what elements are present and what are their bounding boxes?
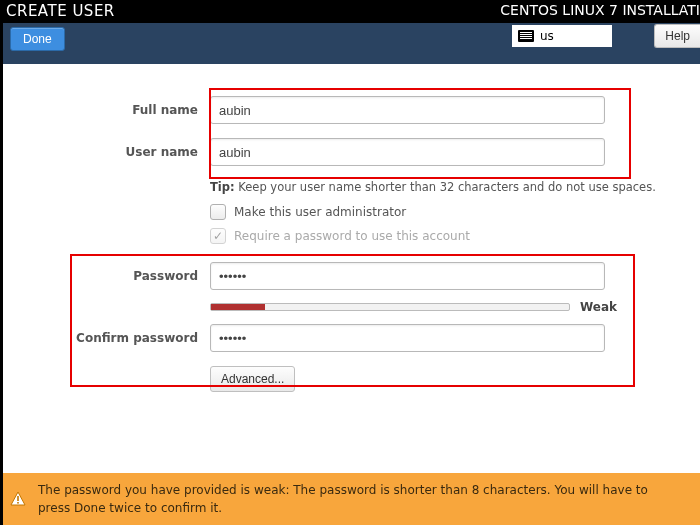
require-password-checkbox: ✓ bbox=[210, 228, 226, 244]
page-title: CREATE USER bbox=[6, 2, 115, 20]
keyboard-layout-label: us bbox=[540, 29, 554, 43]
installer-title: CENTOS LINUX 7 INSTALLATI bbox=[500, 2, 700, 18]
warning-text: The password you have provided is weak: … bbox=[38, 481, 682, 517]
require-password-checkbox-label: Require a password to use this account bbox=[234, 229, 470, 243]
user-name-label: User name bbox=[0, 145, 210, 159]
keyboard-layout-selector[interactable]: us bbox=[512, 25, 612, 47]
highlight-box-password bbox=[70, 254, 635, 387]
header-bar: CREATE USER CENTOS LINUX 7 INSTALLATI Do… bbox=[0, 0, 700, 64]
svg-rect-1 bbox=[17, 496, 19, 501]
done-button[interactable]: Done bbox=[10, 27, 65, 51]
full-name-label: Full name bbox=[0, 103, 210, 117]
warning-icon bbox=[10, 491, 26, 507]
admin-checkbox[interactable] bbox=[210, 204, 226, 220]
keyboard-icon bbox=[518, 30, 534, 42]
admin-checkbox-label: Make this user administrator bbox=[234, 205, 406, 219]
highlight-box-names bbox=[209, 88, 631, 179]
svg-rect-2 bbox=[17, 502, 19, 504]
username-tip: Tip: Keep your user name shorter than 32… bbox=[210, 180, 656, 194]
help-button[interactable]: Help bbox=[654, 24, 700, 48]
warning-bar: The password you have provided is weak: … bbox=[0, 473, 700, 525]
